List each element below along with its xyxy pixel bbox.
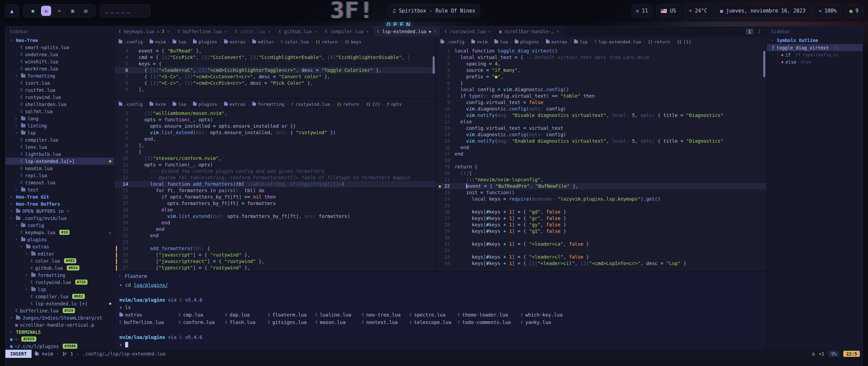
- code-line[interactable]: 27 keys[#keys + 1] = { "gr", false }: [436, 215, 766, 222]
- neotree-item[interactable]: ▸linting: [5, 122, 114, 129]
- code-line[interactable]: 14 vim.diagnostic.config(opts: config): [436, 131, 766, 138]
- code-line[interactable]: 9 config.virtual_text = false: [436, 99, 766, 106]
- neotree-item[interactable]: ▾.config/nvim/lua: [5, 215, 114, 222]
- code-line[interactable]: 24 add_formatters(tbl: {: [115, 245, 436, 252]
- tab-color-lua[interactable]: ☾color.lua×: [231, 26, 275, 37]
- code-line[interactable]: 22 end: [115, 232, 436, 239]
- code-line[interactable]: 16 end: [436, 144, 766, 151]
- breadcrumb-item[interactable]: .config: [440, 39, 465, 44]
- breadcrumb-item[interactable]: lua: [173, 102, 186, 107]
- code-line[interactable]: 25 ["javascript"] = { "rustywind" },: [115, 252, 436, 258]
- neotree-item[interactable]: ☾rustywind.lua#726: [5, 279, 114, 286]
- tab-github-lua[interactable]: ☾github.lua×: [275, 26, 321, 37]
- ls-item[interactable]: ☾flash.lua: [225, 319, 268, 326]
- neotree-item[interactable]: ☾neodim.lua: [5, 165, 114, 172]
- ls-item[interactable]: ☾cmp.lua: [179, 311, 225, 319]
- breadcrumb-item[interactable]: {}keys: [345, 39, 362, 44]
- code-line[interactable]: 23 init = function(): [436, 189, 766, 196]
- code-line[interactable]: 20 [1]{: [436, 170, 766, 177]
- neotree-item[interactable]: ☾shellharden.lua: [5, 101, 114, 108]
- neotree-item[interactable]: ☾lsp-extended.lu[+]●: [5, 158, 114, 165]
- ls-item[interactable]: ☾spectre.lua: [410, 311, 458, 319]
- code-line[interactable]: 14 local function add_formatters(tbl :ta…: [115, 181, 436, 187]
- neotree-item[interactable]: ▾editor: [5, 250, 114, 257]
- code-line[interactable]: 21 [1]"neovim/nvim-lspconfig",: [436, 177, 766, 183]
- neotree-item[interactable]: ☾lens.lua: [5, 143, 114, 150]
- breadcrumb-item[interactable]: plugins: [193, 102, 217, 107]
- breadcrumb-item[interactable]: nvim: [150, 102, 165, 107]
- ls-item[interactable]: extras: [119, 311, 179, 319]
- breadcrumb-item[interactable]: plugins: [515, 39, 539, 44]
- breadcrumb-item[interactable]: {}[1]: [677, 39, 691, 44]
- code-line[interactable]: 10 [1]"stevearc/conform.nvim",: [115, 155, 436, 162]
- code-area[interactable]: 3 [1]"williamboman/mason.nvim",4 opts = …: [115, 109, 436, 271]
- neotree-item[interactable]: ▸test: [5, 186, 114, 193]
- code-line[interactable]: 5 keys = {: [115, 61, 436, 67]
- neotree-item[interactable]: ▾Juegos/Indies/SteamLibrary/st: [5, 314, 114, 321]
- code-line[interactable]: 3 [1]"williamboman/mason.nvim",: [115, 110, 436, 117]
- code-line[interactable]: 26 keys[#keys + 1] = { "gd", false }: [436, 209, 766, 215]
- code-line[interactable]: 6 vim.list_extend(dst: opts.ensure_insta…: [115, 129, 436, 136]
- breadcrumb-item[interactable]: lua: [494, 39, 508, 44]
- neotree-item[interactable]: ☾rustfmt.lua: [5, 86, 114, 94]
- neotree-item[interactable]: ☾lsp-extended.lu [+]●: [5, 300, 114, 307]
- music-widget[interactable]: ♫ Spiritbox - Rule Of Nines: [388, 4, 480, 18]
- breadcrumb-item[interactable]: .config: [119, 102, 143, 107]
- code-line[interactable]: 8 },: [115, 142, 436, 149]
- neotree-item[interactable]: ▨scrollbar-handle-vertical.p: [5, 321, 114, 328]
- breadcrumb-item[interactable]: ☾rustywind.lua: [291, 102, 330, 107]
- breadcrumb-item[interactable]: nvim: [150, 39, 165, 44]
- neotree-item[interactable]: ☾compiler.lua#682: [5, 293, 114, 300]
- neotree-item[interactable]: ▾formatting: [5, 271, 114, 279]
- code-line[interactable]: 4 source = "if_many",: [436, 67, 766, 74]
- neotree-item[interactable]: ▾extras: [5, 243, 114, 250]
- neotree-item[interactable]: ☾bufferline.lua#328: [5, 307, 114, 314]
- outline-item[interactable]: │◆elseelse: [767, 58, 863, 65]
- code-line[interactable]: 12 else: [436, 119, 766, 125]
- code-line[interactable]: 32: [436, 247, 766, 254]
- code-line[interactable]: 5 prefix = "●",: [436, 74, 766, 80]
- code-line[interactable]: 7 end,: [115, 136, 436, 142]
- volume-widget[interactable]: ⊲100%: [814, 4, 842, 18]
- neotree-item[interactable]: ▣~/.c/n/l/plugins#3980: [5, 343, 114, 350]
- code-line[interactable]: 17end: [436, 151, 766, 157]
- ls-item[interactable]: ☾theme-loader.lua: [458, 311, 521, 319]
- code-line[interactable]: 19return {: [436, 164, 766, 170]
- symbols-outline-header[interactable]: ▾ Symbols Outline: [767, 37, 863, 44]
- scrollbar-handle[interactable]: [433, 56, 435, 74]
- close-icon[interactable]: ×: [488, 29, 491, 34]
- ls-item[interactable]: ☾yanky.lua: [521, 319, 762, 326]
- tree-section-header[interactable]: ▾Neo-Tree Buffers: [5, 200, 114, 207]
- breadcrumb-item[interactable]: {}[2]: [366, 102, 380, 107]
- tree-section-header[interactable]: ▾TERMINALS: [5, 328, 114, 336]
- power-icon[interactable]: ◉: [28, 6, 38, 16]
- close-icon[interactable]: ×: [366, 29, 369, 34]
- code-line[interactable]: 11 opts = function(_, opts): [115, 162, 436, 168]
- neotree-item[interactable]: ☾github.lua#654: [5, 264, 114, 271]
- neotree-item[interactable]: ▾lsp: [5, 129, 114, 136]
- breadcrumb-item[interactable]: .config: [119, 39, 143, 44]
- code-line[interactable]: 21 end: [115, 226, 436, 232]
- ls-item[interactable]: ☾neotest.lua: [362, 319, 410, 326]
- tab-rustywind-lua[interactable]: ☾rustywind.lua×: [440, 26, 495, 37]
- code-line[interactable]: 1local function toggle_diag_virtext(): [436, 48, 766, 54]
- code-line[interactable]: 34 keys[#keys + 1] = { [1]"<leader>cil",…: [436, 260, 766, 267]
- code-line[interactable]: 13 config.virtual_text = virtual_text: [436, 125, 766, 131]
- code-line[interactable]: 15 vim.notify(msg: "Enabled diagnostics …: [436, 138, 766, 144]
- close-icon[interactable]: ×: [434, 29, 436, 34]
- launcher-button[interactable]: ▲: [5, 4, 19, 18]
- neotree-item[interactable]: ☾rustywind.lua: [5, 94, 114, 101]
- code-line[interactable]: 6 }: [436, 80, 766, 86]
- close-icon[interactable]: ×: [557, 29, 559, 34]
- keyboard-layout-widget[interactable]: US: [656, 4, 681, 18]
- code-line[interactable]: 4 opts = function(_, opts): [115, 117, 436, 123]
- tab-keymaps-lua[interactable]: ☾keymaps.lua⚠ 3×: [115, 26, 174, 37]
- neotree-item[interactable]: ☾worktree.lua: [5, 65, 114, 72]
- neotree-item[interactable]: ☾isort.lua: [5, 79, 114, 86]
- code-line[interactable]: 31 keys[#keys + 1] = { "<leader>ca", fal…: [436, 241, 766, 247]
- close-icon[interactable]: ×: [167, 29, 169, 34]
- neotree-item[interactable]: ▾config: [5, 222, 114, 229]
- terminal-output[interactable]: › cd lua/plugins/nvim/lua/plugins via ☾ …: [115, 281, 766, 350]
- neotree-item[interactable]: ☾keymaps.lua#10⚠: [5, 229, 114, 236]
- neotree-item[interactable]: ☾repl.lua: [5, 172, 114, 179]
